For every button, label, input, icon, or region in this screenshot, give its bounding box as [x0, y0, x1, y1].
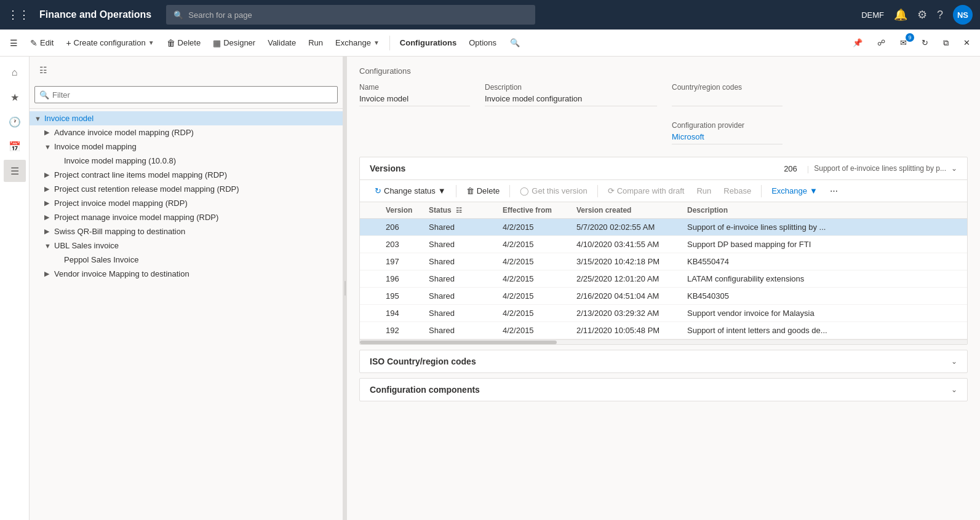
- avatar[interactable]: NS: [953, 5, 973, 25]
- ver-exchange-arrow-icon: ▼: [810, 186, 818, 195]
- validate-btn[interactable]: Validate: [263, 36, 301, 50]
- bookmark-btn[interactable]: ☍: [872, 36, 890, 50]
- table-cell-description: KB4550474: [680, 253, 942, 270]
- table-cell-b: [942, 219, 967, 236]
- run-btn[interactable]: Run: [303, 36, 328, 50]
- tree-item[interactable]: ▶Project contract line items model mappi…: [30, 168, 343, 182]
- desc-value: Invoice model configuration: [485, 94, 657, 106]
- expand-btn[interactable]: ⧉: [938, 36, 954, 50]
- refresh-btn[interactable]: ↻: [917, 36, 933, 50]
- help-icon[interactable]: ?: [937, 9, 943, 22]
- exchange-btn[interactable]: Exchange ▼: [330, 36, 384, 50]
- col-header-r: [360, 202, 378, 219]
- tree-item[interactable]: ▶Peppol Sales Invoice: [30, 253, 343, 267]
- edit-icon: ✎: [30, 38, 38, 48]
- create-configuration-label: Create configuration: [74, 38, 146, 47]
- col-header-created[interactable]: Version created: [569, 202, 680, 219]
- configurations-btn[interactable]: Configurations: [395, 36, 461, 50]
- tree-item-label: Project cust retention release model map…: [54, 184, 239, 194]
- tree-item-label: Vendor invoice Mapping to destination: [54, 269, 189, 278]
- expand-icon: ▶: [44, 270, 52, 278]
- versions-section-header[interactable]: Versions 206 | Support of e-invoice line…: [360, 157, 967, 180]
- list-icon-btn[interactable]: ☰: [4, 160, 26, 182]
- ver-delete-btn[interactable]: 🗑 Delete: [461, 184, 505, 198]
- col-header-desc[interactable]: Description: [680, 202, 942, 219]
- calendar-icon-btn[interactable]: 📅: [4, 135, 26, 157]
- tree-item[interactable]: ▼UBL Sales invoice: [30, 238, 343, 253]
- tree-item[interactable]: ▼Invoice model: [30, 111, 343, 125]
- clock-icon-btn[interactable]: 🕐: [4, 111, 26, 133]
- ver-more-btn[interactable]: ⋯: [825, 184, 843, 198]
- change-status-btn[interactable]: ↻ Change status ▼: [370, 184, 451, 198]
- table-row[interactable]: 192Shared4/2/20152/11/2020 10:05:48 PMSu…: [360, 322, 967, 339]
- home-icon-btn[interactable]: ⌂: [4, 61, 26, 84]
- notif-count-btn[interactable]: ✉ 9: [895, 36, 912, 50]
- designer-btn[interactable]: ▦ Designer: [208, 36, 260, 50]
- settings-icon[interactable]: ⚙: [917, 8, 927, 22]
- table-cell-description: Support of e-invoice lines splitting by …: [680, 219, 942, 236]
- table-cell-r: [360, 288, 378, 305]
- table-cell-version: 195: [378, 288, 421, 305]
- tree-filter-input[interactable]: [34, 86, 338, 103]
- table-row[interactable]: 194Shared4/2/20152/13/2020 03:29:32 AMSu…: [360, 305, 967, 322]
- ver-run-btn[interactable]: Run: [691, 184, 716, 198]
- search-icon: 🔍: [173, 10, 183, 20]
- tree-item-label: Project invoice model mapping (RDP): [54, 199, 188, 208]
- get-this-version-btn[interactable]: ◯ Get this version: [515, 184, 592, 198]
- tree-item-label: Invoice model mapping (10.0.8): [64, 156, 176, 165]
- provider-value[interactable]: Microsoft: [672, 132, 783, 144]
- table-row[interactable]: 203Shared4/2/20154/10/2020 03:41:55 AMSu…: [360, 236, 967, 253]
- tree-item-label: Project contract line items model mappin…: [54, 170, 227, 179]
- ver-exchange-btn[interactable]: Exchange ▼: [767, 184, 823, 198]
- notifications-icon[interactable]: 🔔: [894, 8, 907, 22]
- home-icon: ⌂: [12, 67, 18, 78]
- toolbar-search-btn[interactable]: 🔍: [506, 36, 524, 50]
- table-row[interactable]: 196Shared4/2/20152/25/2020 12:01:20 AMLA…: [360, 270, 967, 288]
- ver-delete-icon: 🗑: [466, 186, 474, 195]
- search-bar[interactable]: 🔍 Search for a page: [166, 5, 535, 25]
- toolbar-search-icon: 🔍: [510, 38, 520, 47]
- options-btn[interactable]: Options: [464, 36, 501, 50]
- edit-btn[interactable]: ✎ Edit: [25, 36, 58, 50]
- table-row[interactable]: 206Shared4/2/20155/7/2020 02:02:55 AMSup…: [360, 219, 967, 236]
- pin-btn[interactable]: 📌: [848, 36, 867, 50]
- table-cell-r: [360, 270, 378, 288]
- col-header-effective[interactable]: Effective from: [495, 202, 569, 219]
- table-row[interactable]: 197Shared4/2/20153/15/2020 10:42:18 PMKB…: [360, 253, 967, 270]
- ver-sep-1: [456, 185, 456, 197]
- tree-filter: 🔍: [30, 81, 343, 109]
- expand-icon: ⧉: [943, 38, 949, 48]
- col-header-version[interactable]: Version: [378, 202, 421, 219]
- table-scrollbar[interactable]: [360, 339, 967, 344]
- star-icon-btn[interactable]: ★: [4, 86, 26, 108]
- tree-item[interactable]: ▶Swiss QR-Bill mapping to destination: [30, 224, 343, 238]
- filter-toggle-btn[interactable]: ☷: [34, 61, 52, 79]
- tree-item[interactable]: ▼Invoice model mapping: [30, 140, 343, 154]
- versions-table-scroll: Version Status ☷ Effective from Version …: [360, 202, 967, 339]
- tree-item[interactable]: ▶Project manage invoice model mapping (R…: [30, 210, 343, 224]
- table-cell-version: 196: [378, 270, 421, 288]
- hamburger-btn[interactable]: ☰: [5, 36, 23, 50]
- rebase-btn[interactable]: Rebase: [719, 184, 756, 198]
- iso-section-header[interactable]: ISO Country/region codes ⌄: [360, 350, 967, 372]
- tree-item[interactable]: ▶Project cust retention release model ma…: [30, 182, 343, 196]
- tree-item[interactable]: ▶Invoice model mapping (10.0.8): [30, 154, 343, 168]
- create-configuration-btn[interactable]: + Create configuration ▼: [61, 36, 159, 50]
- table-row[interactable]: 195Shared4/2/20152/16/2020 04:51:04 AMKB…: [360, 288, 967, 305]
- tree-item[interactable]: ▶Vendor invoice Mapping to destination: [30, 267, 343, 281]
- provider-label: Configuration provider: [672, 121, 783, 130]
- config-components-header[interactable]: Configuration components ⌄: [360, 379, 967, 401]
- tree-item[interactable]: ▶Advance invoice model mapping (RDP): [30, 125, 343, 140]
- tree-item[interactable]: ▶Project invoice model mapping (RDP): [30, 196, 343, 210]
- ver-sep-4: [761, 185, 762, 197]
- apps-icon[interactable]: ⋮⋮: [7, 8, 30, 22]
- delete-btn[interactable]: 🗑 Delete: [162, 36, 206, 50]
- compare-icon: ⟳: [608, 186, 615, 195]
- tree-item-label: UBL Sales invoice: [54, 241, 119, 250]
- more-icon: ⋯: [830, 186, 838, 195]
- compare-draft-btn[interactable]: ⟳ Compare with draft: [603, 184, 690, 198]
- table-cell-r: [360, 219, 378, 236]
- col-header-status[interactable]: Status ☷: [421, 202, 495, 219]
- close-btn[interactable]: ✕: [958, 36, 975, 50]
- designer-icon: ▦: [213, 38, 221, 48]
